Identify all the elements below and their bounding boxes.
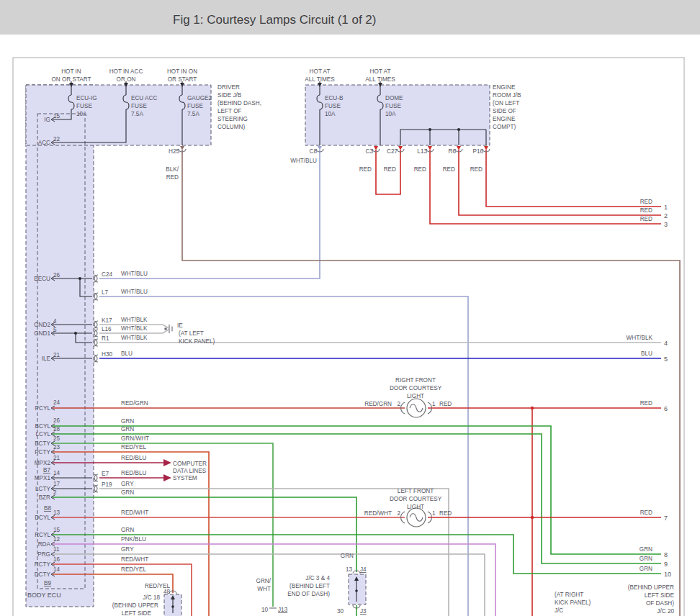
feed-label: ALL TIMES bbox=[305, 76, 335, 83]
engine-jb-label: SIDE OF bbox=[493, 108, 516, 114]
fuse-amp: 10A bbox=[325, 111, 336, 117]
wire-color-label: RED bbox=[640, 207, 652, 214]
pin-number: 11 bbox=[53, 546, 60, 553]
pin-label: MPX2 bbox=[35, 460, 51, 466]
feed-label: OR ON bbox=[117, 76, 136, 83]
driver-jb-label: (BEHIND DASH, bbox=[217, 100, 261, 107]
page-title: Fig 1: Courtesy Lamps Circuit (1 of 2) bbox=[173, 13, 376, 27]
edge-number: 5 bbox=[664, 355, 668, 363]
wire-color-label: GRN/WHT bbox=[121, 435, 149, 442]
pin-number: 2 bbox=[397, 510, 400, 517]
pin-number: 2 bbox=[397, 401, 400, 407]
engine-jb-label: COMPT) bbox=[493, 124, 516, 130]
computer-label: DATA LINES bbox=[173, 468, 207, 474]
connector-id: L7 bbox=[102, 289, 109, 296]
junction-name: J/C 3 & 4 bbox=[305, 575, 330, 581]
fuse-word: FUSE bbox=[76, 103, 92, 109]
driver-jb-label: STEERING bbox=[217, 116, 248, 122]
wire-color-label: GRN bbox=[640, 556, 652, 562]
wire-color-label: RED/YEL bbox=[121, 444, 146, 450]
pin-number: 24 bbox=[53, 399, 60, 406]
pin-label: PCTY bbox=[35, 449, 50, 456]
feed-label: OR START bbox=[168, 76, 197, 83]
wire-color-label: RED/BLU bbox=[121, 470, 147, 476]
feed-label: ALL TIMES bbox=[365, 76, 395, 83]
pin-number: 17 bbox=[53, 481, 60, 487]
pin-label: PRG bbox=[37, 551, 50, 558]
junction-name: J/C bbox=[555, 607, 563, 614]
pin-label: BCTY bbox=[35, 440, 50, 447]
pin-number: 12 bbox=[53, 536, 60, 543]
fuse-name: ECU-B bbox=[325, 95, 344, 101]
wire-color-label: WHT/BLK bbox=[627, 335, 653, 341]
edge-number: 8 bbox=[664, 551, 668, 558]
wiring-diagram: Fig 1: Courtesy Lamps Circuit (1 of 2) bbox=[0, 0, 700, 616]
connector-id: E7 bbox=[102, 471, 109, 477]
feed-label: HOT AT bbox=[310, 68, 331, 75]
wire-color-label: WHT/BLU bbox=[121, 289, 148, 295]
pin-label: DCTY bbox=[35, 571, 51, 578]
ground-location: KICK PANEL) bbox=[179, 338, 215, 345]
pin-label: ACC bbox=[38, 140, 50, 146]
fuse-name: GAUGE2 bbox=[187, 95, 212, 101]
pin-number: 15 bbox=[53, 113, 60, 119]
wire-color-label: WHT/BLK bbox=[121, 317, 148, 323]
pin-label: RCTY bbox=[35, 561, 51, 568]
pin-label: RDA bbox=[38, 541, 51, 548]
junction-dot bbox=[531, 516, 534, 519]
wire-color-label: WHT bbox=[257, 586, 271, 592]
feed-label: HOT IN ON bbox=[167, 68, 197, 75]
connector-id: R6 bbox=[449, 148, 457, 155]
fuse-amp: 10A bbox=[385, 111, 396, 117]
fuse-word: FUSE bbox=[385, 103, 401, 109]
wire-color-label: RED bbox=[640, 216, 652, 222]
junction-name: J/C 18 bbox=[143, 594, 160, 601]
body-ecu-title: BODY ECU bbox=[27, 592, 61, 599]
junction-location: (AT RIGHT bbox=[555, 592, 583, 598]
pin-number: 14 bbox=[53, 566, 60, 573]
connector-id: C3 bbox=[366, 148, 374, 155]
pin-label: IG bbox=[44, 117, 50, 123]
wire-color-label: RED/WHT bbox=[364, 510, 392, 517]
pin-number: 30 bbox=[337, 608, 344, 615]
pin-label: MPX1 bbox=[35, 475, 51, 481]
connector-id: J13 bbox=[278, 607, 288, 613]
junction-location: LEFT SIDE bbox=[122, 610, 152, 616]
connector-id: C8 bbox=[310, 148, 318, 155]
pin-number: 1 bbox=[432, 401, 436, 407]
pin-number: 13 bbox=[53, 509, 60, 516]
pin-number: 28 bbox=[53, 426, 60, 432]
edge-number: 6 bbox=[664, 405, 668, 412]
pin-label: BZR bbox=[39, 494, 50, 501]
computer-label: SYSTEM bbox=[173, 475, 197, 481]
light-title: LIGHT bbox=[407, 393, 424, 399]
junction-dot bbox=[531, 407, 534, 409]
light-title: LIGHT bbox=[407, 504, 424, 510]
edge-number: 10 bbox=[664, 571, 671, 578]
wire-color-label: WHT/BLU bbox=[121, 271, 148, 277]
connector-id: C24 bbox=[102, 271, 112, 278]
junction-location: (BEHIND UPPER bbox=[112, 602, 158, 609]
wire-color-label: PNK/BLU bbox=[121, 536, 146, 543]
wire-color-label: GRN bbox=[121, 418, 134, 425]
fuse-amp: 7.5A bbox=[131, 111, 143, 117]
edge-number: 2 bbox=[664, 212, 668, 219]
pin-number: 14 bbox=[53, 470, 60, 476]
feed-label: HOT AT bbox=[370, 68, 391, 75]
wire-color-label: RED bbox=[359, 166, 372, 173]
connector-id: K17 bbox=[102, 317, 112, 324]
pin-label: GND1 bbox=[34, 330, 50, 337]
pin-number: 22 bbox=[53, 136, 60, 142]
pin-number: 21 bbox=[53, 455, 60, 461]
wire-color-label: RED bbox=[414, 166, 426, 173]
pin-number: 10 bbox=[261, 607, 269, 613]
wire-color-label: GRY bbox=[121, 481, 134, 487]
connector-id: L16 bbox=[102, 326, 112, 332]
wire-color-label: WHT/BLK bbox=[121, 325, 148, 332]
wire-color-label: RED bbox=[640, 509, 652, 516]
connector-id: C27 bbox=[387, 148, 398, 155]
driver-jb-label: DRIVER bbox=[217, 84, 240, 91]
fuse-amp: 7.5A bbox=[187, 111, 199, 117]
edge-number: 3 bbox=[664, 221, 668, 228]
fuse-name: DOME bbox=[385, 95, 403, 101]
